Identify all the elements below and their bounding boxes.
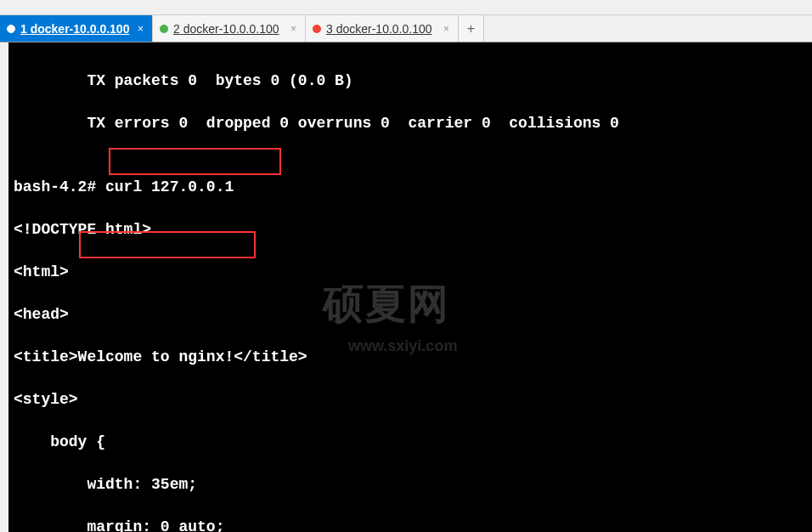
tab-3[interactable]: 3 docker-10.0.0.100 × xyxy=(306,15,459,42)
terminal-line: TX errors 0 dropped 0 overruns 0 carrier… xyxy=(0,113,812,134)
tab-close-icon[interactable]: × xyxy=(289,23,298,35)
terminal-line: <html> xyxy=(0,262,812,283)
tab-close-icon[interactable]: × xyxy=(136,23,145,35)
tab-close-icon[interactable]: × xyxy=(442,23,451,35)
tab-label: 3 docker-10.0.0.100 xyxy=(326,22,437,36)
tab-label: 1 docker-10.0.0.100 xyxy=(20,22,131,36)
terminal-line: TX packets 0 bytes 0 (0.0 B) xyxy=(0,71,812,92)
tab-1[interactable]: 1 docker-10.0.0.100 × xyxy=(0,15,153,42)
tab-bar: 1 docker-10.0.0.100 × 2 docker-10.0.0.10… xyxy=(0,15,812,42)
terminal-line: margin: 0 auto; xyxy=(0,517,812,532)
terminal-line: <head> xyxy=(0,304,812,325)
terminal-output[interactable]: TX packets 0 bytes 0 (0.0 B) TX errors 0… xyxy=(0,42,812,532)
terminal-line: width: 35em; xyxy=(0,474,812,495)
terminal-line: bash-4.2# curl 127.0.0.1 xyxy=(0,177,812,198)
terminal-line: body { xyxy=(0,432,812,453)
new-tab-button[interactable]: + xyxy=(459,15,484,42)
tab-label: 2 docker-10.0.0.100 xyxy=(173,22,284,36)
tab-status-dot xyxy=(7,25,15,33)
tab-2[interactable]: 2 docker-10.0.0.100 × xyxy=(153,15,306,42)
tab-status-dot xyxy=(313,25,321,33)
tab-status-dot xyxy=(160,25,168,33)
left-gutter xyxy=(0,42,8,532)
highlight-annotation-command xyxy=(109,148,281,175)
terminal-line: <!DOCTYPE html> xyxy=(0,219,812,241)
terminal-line: <title>Welcome to nginx!</title> xyxy=(0,347,812,368)
terminal-line: <style> xyxy=(0,389,812,410)
window-top-bar xyxy=(0,0,812,15)
